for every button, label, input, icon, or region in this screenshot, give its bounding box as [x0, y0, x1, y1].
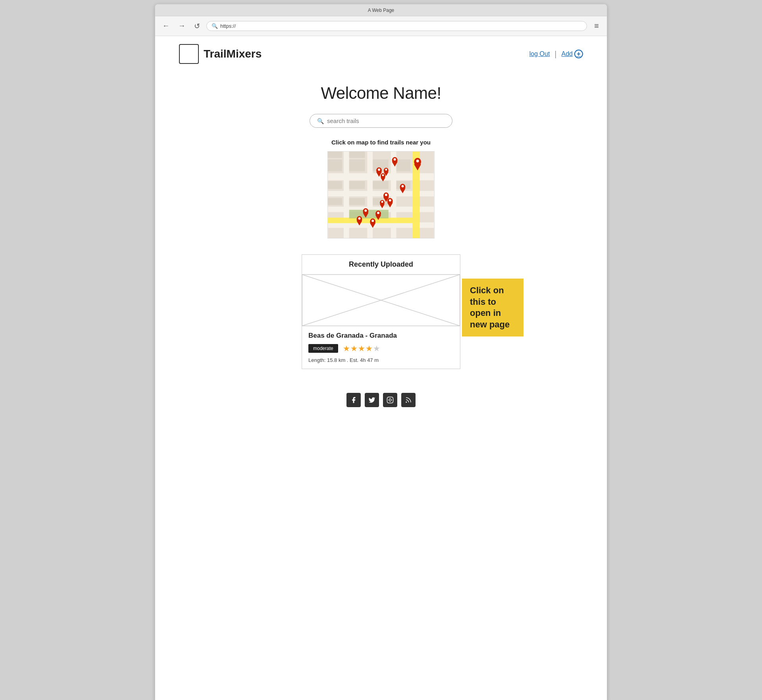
browser-toolbar: ← → ↺ 🔍 ≡: [155, 16, 607, 36]
twitter-icon[interactable]: [365, 393, 379, 407]
logo-area: TrailMixers: [179, 44, 262, 64]
svg-point-50: [364, 210, 367, 212]
svg-point-32: [382, 174, 384, 176]
site-footer: [339, 385, 423, 415]
main-content: Welcome Name! 🔍 Click on map to find tra…: [155, 72, 607, 427]
svg-rect-17: [349, 198, 365, 205]
rss-icon[interactable]: [401, 393, 416, 407]
svg-point-47: [381, 201, 383, 203]
svg-rect-15: [373, 181, 389, 189]
logout-link[interactable]: log Out: [529, 50, 550, 58]
svg-rect-5: [344, 152, 349, 238]
map-container[interactable]: [327, 151, 435, 238]
search-icon: 🔍: [212, 23, 218, 29]
search-bar[interactable]: 🔍: [310, 114, 452, 128]
trail-image-placeholder[interactable]: Click on this to open in new page: [302, 275, 460, 326]
back-button[interactable]: ←: [160, 20, 172, 32]
placeholder-image: [302, 275, 460, 326]
browser-menu-button[interactable]: ≡: [591, 20, 602, 32]
svg-point-29: [378, 169, 380, 171]
search-container: 🔍: [310, 114, 452, 128]
svg-point-59: [371, 219, 374, 222]
svg-rect-13: [396, 160, 411, 171]
svg-rect-14: [349, 181, 365, 189]
svg-point-56: [358, 217, 361, 219]
browser-window: A Web Page ← → ↺ 🔍 ≡ TrailMixers log Out…: [155, 4, 607, 700]
svg-point-41: [385, 194, 387, 196]
svg-rect-20: [328, 181, 342, 189]
svg-point-62: [416, 160, 419, 162]
svg-rect-11: [349, 160, 365, 171]
header-actions: log Out | Add +: [529, 50, 583, 59]
address-bar: 🔍: [206, 21, 587, 31]
site-name: TrailMixers: [204, 48, 262, 60]
logo-box: [179, 44, 199, 64]
trail-stars: ★★★★★: [343, 344, 381, 353]
divider: |: [554, 50, 556, 59]
svg-rect-19: [328, 198, 342, 205]
svg-point-35: [385, 169, 387, 171]
trail-meta: moderate ★★★★★: [308, 344, 454, 353]
recently-uploaded-header: Recently Uploaded: [302, 255, 460, 275]
svg-rect-22: [328, 152, 342, 158]
svg-point-68: [406, 402, 407, 403]
difficulty-badge: moderate: [308, 344, 338, 353]
search-input[interactable]: [327, 117, 445, 124]
tooltip-text: Click on this to open in new page: [470, 285, 510, 329]
svg-point-26: [394, 158, 396, 161]
page-content: TrailMixers log Out | Add + Welcome Name…: [155, 36, 607, 700]
site-header: TrailMixers log Out | Add +: [155, 36, 607, 72]
trail-info: Beas de Granada - Granada moderate ★★★★★…: [302, 326, 460, 369]
trail-length: Length: 15.8 km . Est. 4h 47 m: [308, 357, 454, 363]
svg-rect-10: [349, 210, 389, 219]
tooltip-box: Click on this to open in new page: [462, 279, 523, 337]
svg-point-38: [402, 185, 404, 187]
map-svg: [328, 152, 434, 238]
recently-uploaded-section[interactable]: Recently Uploaded Click on this to open …: [302, 254, 460, 369]
browser-tab-bar: A Web Page: [155, 4, 607, 16]
svg-point-53: [377, 212, 379, 214]
map-instruction: Click on map to find trails near you: [331, 139, 431, 146]
svg-point-44: [389, 199, 391, 202]
welcome-heading: Welcome Name!: [321, 84, 441, 103]
add-link[interactable]: Add +: [562, 50, 583, 58]
url-input[interactable]: [220, 23, 582, 29]
instagram-icon[interactable]: [383, 393, 397, 407]
svg-rect-23: [349, 152, 365, 158]
reload-button[interactable]: ↺: [192, 20, 202, 32]
add-label: Add: [562, 50, 573, 58]
trail-name: Beas de Granada - Granada: [308, 332, 454, 340]
forward-button[interactable]: →: [176, 20, 188, 32]
facebook-icon[interactable]: [346, 393, 361, 407]
add-icon: +: [574, 50, 583, 58]
search-icon: 🔍: [317, 118, 324, 124]
svg-rect-21: [328, 160, 342, 171]
tab-title: A Web Page: [368, 8, 394, 13]
svg-rect-66: [387, 397, 393, 403]
